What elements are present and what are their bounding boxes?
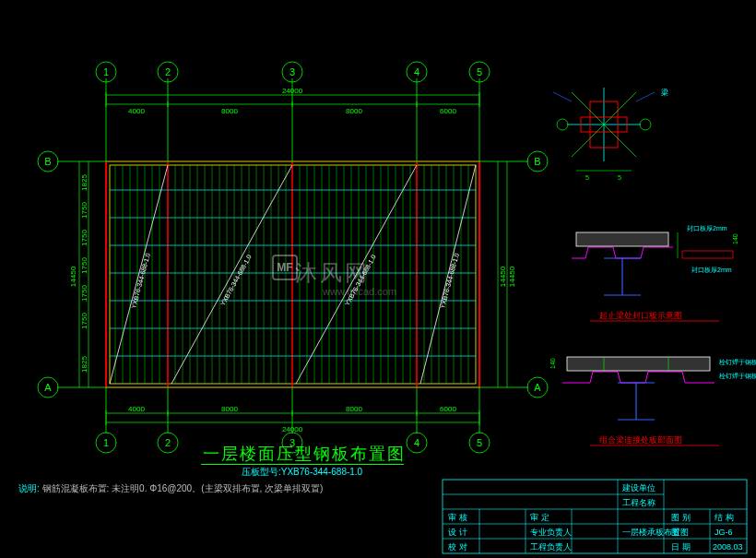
svg-text:5: 5: [618, 174, 621, 181]
svg-text:24000: 24000: [282, 87, 303, 95]
drawing-canvas: 1 2 3 4 5 1 2 3 4 5 B B A A 24000 4000 8…: [0, 0, 756, 558]
svg-text:审 定: 审 定: [530, 513, 549, 522]
svg-line-138: [296, 165, 417, 384]
svg-text:设 计: 设 计: [448, 528, 467, 537]
svg-text:140: 140: [549, 358, 556, 369]
svg-text:栓钉焊于钢板上: 栓钉焊于钢板上: [718, 373, 756, 379]
svg-text:1750: 1750: [80, 285, 89, 302]
svg-text:4: 4: [414, 66, 419, 77]
svg-text:封口板厚2mm: 封口板厚2mm: [691, 267, 732, 273]
svg-text:8000: 8000: [221, 107, 238, 115]
svg-text:1: 1: [103, 437, 109, 448]
svg-text:校 对: 校 对: [447, 542, 467, 552]
svg-text:1750: 1750: [80, 230, 89, 246]
svg-text:14450: 14450: [69, 266, 77, 287]
svg-text:起止梁处封口板示意图: 起止梁处封口板示意图: [599, 311, 682, 320]
svg-point-150: [640, 119, 651, 130]
svg-text:工程名称: 工程名称: [622, 498, 656, 507]
svg-line-152: [636, 92, 655, 101]
svg-text:1825: 1825: [80, 174, 89, 191]
svg-text:专业负责人: 专业负责人: [530, 528, 572, 537]
svg-text:1750: 1750: [80, 257, 89, 274]
svg-rect-158: [576, 232, 668, 246]
svg-text:4000: 4000: [128, 107, 145, 115]
svg-text:6000: 6000: [440, 107, 456, 115]
svg-line-153: [553, 92, 572, 101]
svg-text:梁: 梁: [661, 89, 668, 97]
svg-text:结 构: 结 构: [715, 513, 734, 522]
watermark-logo-icon: MF: [272, 255, 298, 280]
svg-text:图: 图: [671, 528, 679, 537]
svg-text:8000: 8000: [221, 405, 238, 413]
svg-rect-180: [443, 480, 747, 553]
drawing-subtitle: 压板型号:YXB76-344-688-1.0: [242, 466, 362, 479]
svg-text:封口板厚2mm: 封口板厚2mm: [687, 225, 727, 232]
svg-point-151: [557, 119, 568, 130]
svg-text:日 期: 日 期: [671, 542, 691, 552]
svg-text:B: B: [534, 156, 540, 167]
svg-text:4: 4: [414, 437, 419, 448]
svg-text:5: 5: [585, 174, 589, 181]
svg-text:14450: 14450: [499, 266, 507, 287]
svg-text:2: 2: [165, 437, 171, 448]
svg-text:YXB76-344-688-1.0: YXB76-344-688-1.0: [219, 254, 253, 307]
svg-text:5: 5: [477, 66, 482, 77]
svg-text:8000: 8000: [346, 107, 362, 115]
svg-text:建设单位: 建设单位: [621, 483, 656, 493]
svg-text:8000: 8000: [346, 405, 362, 413]
svg-text:1750: 1750: [80, 313, 89, 329]
svg-rect-162: [682, 251, 733, 258]
svg-text:A: A: [44, 382, 52, 393]
svg-text:24000: 24000: [282, 425, 303, 433]
svg-rect-169: [567, 357, 710, 371]
title-block: 建设单位 工程名称 审 核 审 定 设 计 专业负责人 校 对 工程负责人 图 …: [443, 480, 747, 553]
svg-text:4000: 4000: [128, 405, 145, 413]
svg-text:A: A: [534, 382, 541, 393]
detail-mid: 封口板厚2mm 封口板厚2mm 140 起止梁处封口板示意图: [572, 225, 738, 321]
svg-text:JG-6: JG-6: [715, 528, 733, 537]
detail-top: 梁 5 5: [553, 88, 668, 181]
detail-bot: 栓钉焊于钢板上 栓钉焊于钢板上 140 组合梁连接处板部面图: [549, 357, 756, 445]
svg-text:6000: 6000: [440, 405, 456, 413]
drawing-note: 说明: 钢筋混凝板布置: 未注明0. Φ16@200。(主梁双排布置, 次梁单排…: [18, 482, 323, 495]
svg-text:工程负责人: 工程负责人: [530, 542, 572, 552]
svg-text:3: 3: [289, 66, 295, 77]
svg-text:B: B: [44, 156, 51, 167]
svg-text:5: 5: [477, 437, 482, 448]
svg-text:2008.03: 2008.03: [713, 542, 743, 552]
svg-text:1: 1: [103, 66, 109, 77]
svg-text:14450: 14450: [508, 266, 516, 287]
cad-drawing: 1 2 3 4 5 1 2 3 4 5 B B A A 24000 4000 8…: [0, 0, 756, 558]
drawing-title: 一层楼面压型钢板布置图: [203, 443, 406, 465]
svg-text:YXB76-344-688-1.0: YXB76-344-688-1.0: [344, 254, 377, 307]
svg-text:140: 140: [732, 233, 738, 244]
svg-text:2: 2: [165, 66, 171, 77]
svg-text:图 别: 图 别: [671, 513, 691, 522]
svg-text:栓钉焊于钢板上: 栓钉焊于钢板上: [718, 359, 756, 365]
svg-text:1750: 1750: [80, 202, 89, 219]
svg-text:组合梁连接处板部面图: 组合梁连接处板部面图: [599, 435, 682, 445]
svg-text:1825: 1825: [80, 356, 89, 373]
svg-text:审 核: 审 核: [448, 513, 467, 522]
